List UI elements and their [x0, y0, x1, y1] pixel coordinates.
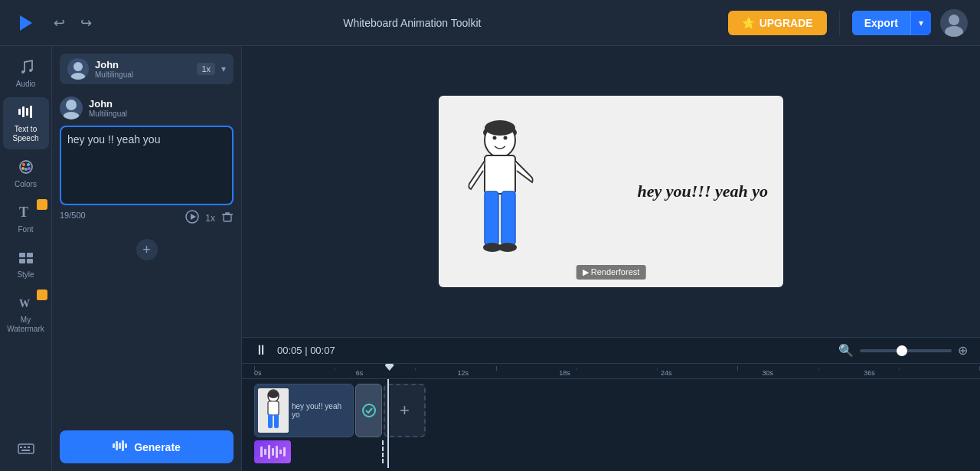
voice-avatar	[67, 58, 89, 80]
redo-button[interactable]: ↪	[76, 11, 96, 34]
svg-point-50	[268, 391, 279, 398]
svg-point-54	[363, 404, 375, 417]
svg-point-28	[66, 100, 77, 110]
app-logo[interactable]	[12, 9, 40, 37]
generate-waveform-icon	[113, 440, 128, 454]
tts-play-button[interactable]	[185, 210, 199, 227]
zoom-controls: 🔍 ⊕	[838, 343, 968, 358]
export-button[interactable]: Export	[852, 11, 910, 35]
svg-point-47	[498, 243, 517, 252]
ruler-track: 0s 6s 12s 18s 24s 30s 36s	[254, 364, 980, 378]
upgrade-button[interactable]: ⭐ UPGRADE	[728, 11, 827, 35]
upgrade-label: UPGRADE	[760, 17, 813, 29]
svg-rect-32	[224, 214, 231, 221]
font-badge	[37, 201, 46, 210]
svg-point-13	[21, 167, 24, 170]
scene-clip-1[interactable]: hey you!! yeah yo	[254, 384, 354, 437]
svg-rect-23	[24, 446, 26, 448]
svg-rect-34	[116, 441, 118, 450]
sidebar-label-audio: Audio	[16, 80, 36, 88]
voice-selector[interactable]: John Multilingual 1x ▾	[60, 54, 234, 84]
ruler-ticks	[254, 364, 980, 371]
tts-delete-button[interactable]	[221, 211, 234, 226]
tts-counter: 19/500	[60, 211, 86, 220]
voice-name: John	[95, 59, 191, 70]
palette-icon	[18, 159, 34, 177]
export-dropdown-button[interactable]: ▾	[910, 11, 931, 34]
svg-rect-16	[19, 253, 25, 257]
sidebar-item-font[interactable]: T Font	[3, 198, 49, 240]
scene-clip-inner: hey you!! yeah yo	[255, 384, 353, 437]
svg-text:W: W	[19, 298, 30, 309]
tracks-container: hey you!! yeah yo	[242, 379, 980, 468]
svg-point-40	[493, 136, 497, 140]
sidebar-label-colors: Colors	[15, 180, 37, 188]
voice-entry: John Multilingual	[60, 92, 234, 126]
audio-bar	[279, 450, 282, 454]
sidebar-item-style[interactable]: Style	[3, 243, 49, 285]
svg-rect-33	[113, 443, 115, 448]
voice-entry-avatar	[60, 96, 83, 119]
svg-point-10	[22, 163, 25, 166]
zoom-slider[interactable]	[860, 349, 952, 352]
watermark-text: ▶ Renderforest	[583, 267, 640, 277]
svg-rect-35	[119, 443, 121, 449]
svg-rect-17	[27, 253, 33, 257]
sidebar-item-tts[interactable]: Text toSpeech	[3, 97, 49, 149]
audio-bar	[268, 445, 270, 459]
export-btn-group: Export ▾	[852, 11, 931, 35]
video-preview: hey you!!! yeah yo ▶ Renderforest	[242, 46, 980, 337]
audio-bar	[260, 446, 263, 457]
sidebar-item-watermark[interactable]: W MyWatermark	[3, 288, 49, 340]
svg-rect-24	[28, 446, 30, 448]
audio-track	[254, 440, 968, 463]
svg-rect-18	[19, 259, 25, 263]
playback-controls: ⏸ 00:05 | 00:07 🔍 ⊕	[242, 338, 980, 364]
zoom-out-button[interactable]: 🔍	[838, 343, 854, 358]
scene-thumbnail	[258, 388, 289, 433]
pause-button[interactable]: ⏸	[254, 342, 268, 358]
svg-point-41	[504, 136, 508, 140]
sidebar-label-watermark: MyWatermark	[7, 316, 44, 334]
audio-clip[interactable]	[254, 440, 291, 463]
svg-rect-22	[20, 446, 22, 448]
svg-rect-7	[26, 108, 28, 116]
add-circle-icon: +	[136, 239, 158, 260]
svg-point-2	[945, 26, 963, 37]
voice-entry-language: Multilingual	[89, 110, 127, 118]
svg-point-14	[28, 167, 31, 170]
video-caption: hey you!!! yeah yo	[546, 182, 768, 201]
sidebar-item-colors[interactable]: Colors	[3, 152, 49, 195]
watermark: ▶ Renderforest	[577, 265, 646, 280]
voice-language: Multilingual	[95, 70, 191, 79]
add-tts-button[interactable]: +	[60, 239, 234, 260]
zoom-in-button[interactable]: ⊕	[958, 343, 968, 358]
topbar-divider	[839, 11, 840, 35]
svg-text:T: T	[19, 204, 28, 220]
time-display: 00:05 | 00:07	[277, 345, 335, 356]
user-avatar[interactable]	[940, 9, 968, 37]
svg-rect-51	[268, 401, 279, 415]
tts-actions: 1x	[185, 210, 234, 227]
svg-point-4	[29, 69, 32, 72]
svg-rect-8	[30, 106, 32, 118]
svg-rect-45	[501, 191, 515, 245]
keyboard-icon	[18, 440, 34, 459]
sidebar-item-audio[interactable]: Audio	[3, 52, 49, 94]
scene-clip-2[interactable]	[355, 384, 382, 437]
tts-textarea-wrapper[interactable]: hey you !! yeah you	[60, 126, 234, 205]
music-icon	[18, 58, 34, 77]
topbar-right: ⭐ UPGRADE Export ▾	[728, 9, 968, 37]
add-timeline-scene-button[interactable]: +	[384, 384, 426, 437]
generate-button[interactable]: Generate	[60, 430, 234, 463]
svg-rect-21	[18, 444, 34, 453]
svg-point-11	[27, 163, 30, 166]
undo-button[interactable]: ↩	[49, 11, 70, 34]
tts-textarea[interactable]: hey you !! yeah you	[67, 133, 226, 195]
audio-waveform	[260, 444, 286, 460]
scene-track: hey you!! yeah yo	[254, 384, 968, 437]
svg-point-29	[63, 112, 80, 119]
undo-redo-controls: ↩ ↪	[49, 11, 96, 34]
sidebar-label-style: Style	[17, 270, 34, 279]
sidebar-item-keyboard[interactable]	[3, 434, 49, 465]
